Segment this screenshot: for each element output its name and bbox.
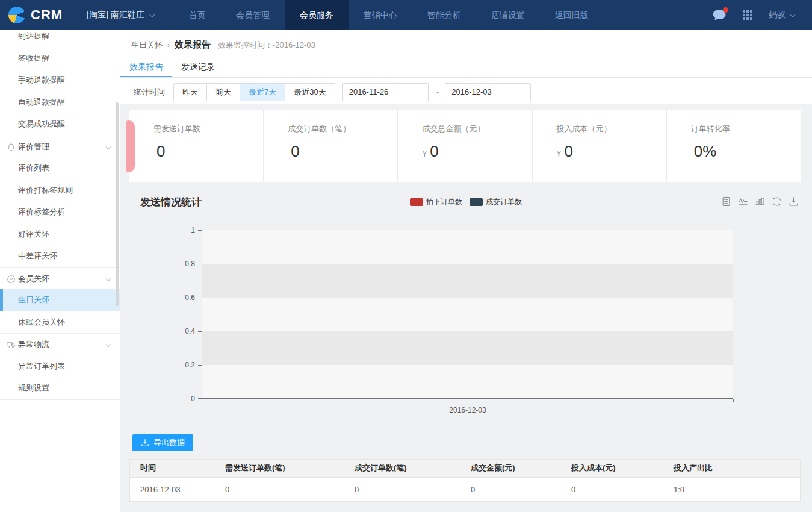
nav-item-member-mgmt[interactable]: 会员管理 bbox=[221, 0, 285, 30]
store-selector[interactable]: [淘宝] 南汇鞋庄 bbox=[87, 10, 153, 20]
nav-item-home[interactable]: 首页 bbox=[174, 0, 221, 30]
sidebar-section-member-care[interactable]: 会员关怀 bbox=[0, 267, 120, 290]
chevron-down-icon bbox=[149, 11, 155, 17]
cell-input-cost: 0 bbox=[571, 477, 674, 501]
stat-label: 需发送订单数 bbox=[153, 123, 263, 134]
chart-legend: 拍下订单数 成交订单数 bbox=[410, 197, 522, 207]
data-view-icon[interactable] bbox=[721, 196, 731, 207]
nav-item-member-service[interactable]: 会员服务 bbox=[285, 0, 349, 30]
breadcrumb: 生日关怀 › 效果报告 效果监控时间：-2016-12-03 bbox=[120, 30, 812, 51]
nav-item-analytics[interactable]: 智能分析 bbox=[412, 0, 476, 30]
stat-number: 0 bbox=[564, 142, 572, 160]
table-header-row: 时间 需发送订单数(笔) 成交订单数(笔) 成交金额(元) 投入成本(元) 投入… bbox=[130, 460, 800, 477]
stat-label: 投入成本（元） bbox=[557, 123, 666, 134]
tab-send-records[interactable]: 发送记录 bbox=[172, 58, 224, 77]
start-date-input[interactable] bbox=[342, 83, 429, 101]
bar-chart-icon[interactable] bbox=[755, 196, 765, 207]
tab-bar: 效果报告 发送记录 bbox=[120, 58, 812, 78]
sidebar-item-good-review-care[interactable]: 好评关怀 bbox=[0, 223, 120, 246]
sidebar-item-manual-refund[interactable]: 手动退款提醒 bbox=[0, 69, 120, 92]
cell-orders-to-send: 0 bbox=[225, 477, 355, 501]
sidebar-item-dormant-member-care[interactable]: 休眠会员关怀 bbox=[0, 311, 120, 334]
range-last30days-button[interactable]: 最近30天 bbox=[285, 84, 334, 101]
stat-label: 成交总金额（元） bbox=[422, 123, 532, 134]
legend-swatch-red bbox=[410, 198, 423, 206]
line-chart-icon[interactable] bbox=[738, 196, 748, 207]
sidebar-item-auto-refund[interactable]: 自动退款提醒 bbox=[0, 92, 120, 114]
cell-deal-orders: 0 bbox=[355, 477, 471, 501]
range-last7days-button[interactable]: 最近7天 bbox=[240, 84, 285, 101]
y-tick-label: 0.6 bbox=[173, 293, 195, 302]
end-date-input[interactable] bbox=[445, 83, 531, 101]
sidebar: 到达提醒 签收提醒 手动退款提醒 自动退款提醒 交易成功提醒 评价管理 评价列表… bbox=[0, 30, 120, 512]
range-yesterday-button[interactable]: 昨天 bbox=[174, 84, 206, 101]
legend-item-deal-orders[interactable]: 成交订单数 bbox=[470, 197, 522, 207]
stat-conversion-rate: 订单转化率 0% bbox=[666, 110, 801, 182]
sidebar-item-bad-review-care[interactable]: 中差评关怀 bbox=[0, 245, 120, 267]
sidebar-item-abnormal-order-list[interactable]: 异常订单列表 bbox=[0, 355, 120, 378]
chevron-down-icon bbox=[106, 144, 111, 149]
legend-item-placed-orders[interactable]: 拍下订单数 bbox=[410, 197, 462, 207]
nav-item-shop-settings[interactable]: 店铺设置 bbox=[476, 0, 540, 30]
top-navbar: CRM [淘宝] 南汇鞋庄 首页 会员管理 会员服务 营销中心 智能分析 店铺设… bbox=[0, 0, 812, 30]
stat-value: ¥0 bbox=[557, 142, 666, 161]
truck-icon bbox=[7, 340, 16, 349]
message-icon[interactable] bbox=[712, 9, 727, 21]
stat-value: ¥0 bbox=[422, 142, 532, 161]
crm-logo-icon bbox=[8, 7, 25, 23]
sidebar-section-label: 评价管理 bbox=[18, 142, 49, 151]
nav-item-marketing[interactable]: 营销中心 bbox=[349, 0, 412, 30]
nav-item-old-version[interactable]: 返回旧版 bbox=[540, 0, 604, 30]
col-header-input-cost: 投入成本(元) bbox=[571, 460, 674, 477]
sidebar-item-arrival-reminder[interactable]: 到达提醒 bbox=[0, 30, 120, 48]
sidebar-section-review-mgmt[interactable]: 评价管理 bbox=[0, 136, 120, 158]
stat-label: 成交订单数（笔） bbox=[288, 123, 397, 134]
apps-grid-icon[interactable] bbox=[743, 10, 752, 20]
page-header-card: 生日关怀 › 效果报告 效果监控时间：-2016-12-03 效果报告 发送记录… bbox=[120, 30, 812, 104]
crm-logo-text: CRM bbox=[31, 7, 63, 23]
table-row: 2016-12-03 0 0 0 0 1:0 bbox=[130, 477, 800, 501]
sidebar-item-review-tag-analysis[interactable]: 评价标签分析 bbox=[0, 201, 120, 223]
cell-roi: 1:0 bbox=[674, 477, 800, 501]
stat-input-cost: 投入成本（元） ¥0 bbox=[532, 110, 666, 182]
breadcrumb-current: 效果报告 bbox=[175, 39, 211, 51]
sidebar-item-receipt-reminder[interactable]: 签收提醒 bbox=[0, 48, 120, 70]
crm-logo[interactable]: CRM bbox=[8, 7, 63, 23]
col-header-deal-amount: 成交金额(元) bbox=[471, 460, 571, 477]
range-day-before-button[interactable]: 前天 bbox=[206, 84, 240, 101]
cell-time: 2016-12-03 bbox=[130, 477, 225, 501]
y-tick-label: 0.4 bbox=[173, 327, 195, 336]
currency-prefix: ¥ bbox=[422, 149, 427, 158]
col-header-time: 时间 bbox=[130, 460, 225, 477]
sidebar-item-trade-success[interactable]: 交易成功提醒 bbox=[0, 113, 120, 136]
time-filter-row: 统计时间 昨天 前天 最近7天 最近30天 ~ bbox=[120, 83, 812, 101]
sidebar-section-abnormal-logistics[interactable]: 异常物流 bbox=[0, 333, 120, 355]
sidebar-item-birthday-care[interactable]: 生日关怀 bbox=[0, 289, 120, 311]
sidebar-item-review-list[interactable]: 评价列表 bbox=[0, 157, 120, 180]
col-header-orders-to-send: 需发送订单数(笔) bbox=[225, 460, 355, 477]
export-data-button[interactable]: 导出数据 bbox=[132, 434, 193, 451]
save-image-icon[interactable] bbox=[789, 196, 799, 207]
breadcrumb-parent[interactable]: 生日关怀 bbox=[131, 40, 163, 51]
y-tick-label: 1 bbox=[173, 226, 195, 234]
store-name: [淘宝] 南汇鞋庄 bbox=[87, 10, 144, 20]
chevron-down-icon bbox=[790, 11, 796, 17]
quick-range-group: 昨天 前天 最近7天 最近30天 bbox=[173, 83, 335, 101]
sidebar-item-review-tag-rules[interactable]: 评价打标签规则 bbox=[0, 180, 120, 202]
legend-swatch-navy bbox=[470, 198, 483, 206]
stat-value: 0 bbox=[153, 142, 263, 161]
main-nav: 首页 会员管理 会员服务 营销中心 智能分析 店铺设置 返回旧版 bbox=[174, 0, 604, 30]
x-axis-tick bbox=[733, 399, 734, 402]
tab-effect-report[interactable]: 效果报告 bbox=[120, 58, 172, 77]
sidebar-scrollbar[interactable] bbox=[116, 102, 119, 306]
filter-label: 统计时间 bbox=[134, 87, 165, 98]
stat-number: 0% bbox=[694, 142, 717, 160]
legend-label: 成交订单数 bbox=[486, 197, 522, 207]
send-statistics-chart: 发送情况统计 拍下订单数 成交订单数 bbox=[120, 182, 812, 430]
y-tick-label: 0.8 bbox=[173, 260, 195, 268]
notification-badge bbox=[723, 7, 728, 13]
restore-icon[interactable] bbox=[772, 196, 782, 207]
user-menu[interactable]: 蚂蚁 bbox=[769, 10, 794, 20]
chart-title: 发送情况统计 bbox=[140, 195, 202, 209]
sidebar-item-rule-settings[interactable]: 规则设置 bbox=[0, 377, 120, 399]
